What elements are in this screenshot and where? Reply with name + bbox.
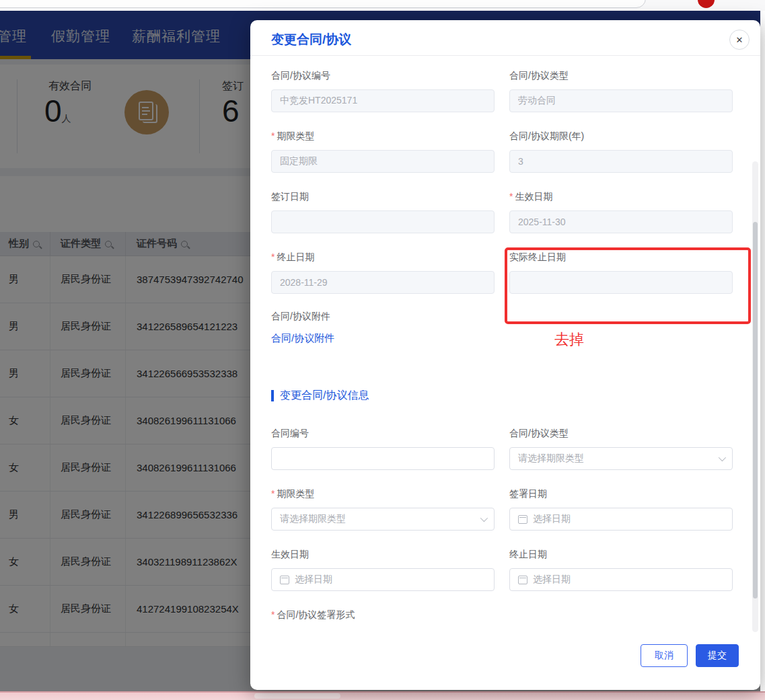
actual-end-date-input[interactable] [509, 271, 733, 294]
contract-type-input[interactable] [509, 89, 733, 112]
field-label: *终止日期 [271, 251, 495, 265]
field-label: 生效日期 [271, 549, 495, 562]
field-contract-type: 合同/协议类型 [509, 70, 733, 112]
calendar-icon [518, 576, 527, 584]
new-effective-date-picker[interactable]: 选择日期 [271, 568, 495, 591]
field-term-years: 合同/协议期限(年) [509, 130, 733, 173]
browser-red-icon[interactable] [698, 0, 715, 8]
required-mark: * [271, 488, 275, 499]
field-label: 合同/协议期限(年) [509, 130, 733, 144]
label-text: 期限类型 [277, 130, 314, 141]
field-label: *期限类型 [271, 488, 495, 502]
attachment-label: 合同/协议附件 [271, 311, 330, 323]
chevron-down-icon [719, 454, 726, 461]
new-end-date-picker[interactable]: 选择日期 [509, 568, 733, 591]
new-sign-date-picker[interactable]: 选择日期 [509, 508, 733, 531]
date-placeholder: 选择日期 [533, 513, 724, 525]
label-text: 生效日期 [515, 191, 552, 202]
field-label: *合同/协议签署形式 [271, 609, 495, 623]
field-label: 实际终止日期 [509, 251, 733, 265]
omnibox-edge [0, 0, 646, 8]
date-placeholder: 选择日期 [295, 574, 486, 586]
header-divider [250, 55, 760, 56]
field-label: *生效日期 [509, 191, 733, 204]
close-button[interactable]: ✕ [729, 30, 750, 50]
select-placeholder: 请选择期限类型 [518, 453, 719, 465]
required-mark: * [271, 251, 275, 262]
label-text: 期限类型 [277, 488, 314, 499]
close-icon: ✕ [736, 35, 743, 45]
contract-no-input[interactable] [271, 89, 495, 112]
new-contract-no-input[interactable] [271, 447, 495, 470]
chevron-down-icon [480, 514, 488, 522]
field-label: 合同编号 [271, 428, 495, 441]
field-new-term-type: *期限类型 请选择期限类型 [271, 488, 495, 531]
required-mark: * [271, 609, 275, 620]
calendar-icon [518, 515, 527, 524]
field-new-sign-date: 签署日期 选择日期 [509, 488, 733, 531]
cancel-button[interactable]: 取消 [641, 644, 688, 667]
field-label: *期限类型 [271, 130, 495, 144]
right-edge-strip [760, 11, 765, 691]
new-contract-type-select[interactable]: 请选择期限类型 [509, 447, 733, 470]
change-contract-dialog: 变更合同/协议 ✕ 合同/协议编号 合同/协议类型 *期限类型 合同/协议期限(… [250, 20, 760, 690]
field-contract-no: 合同/协议编号 [271, 70, 495, 112]
date-placeholder: 选择日期 [533, 574, 724, 586]
scrollbar-thumb[interactable] [753, 222, 758, 598]
field-label: 签订日期 [271, 191, 495, 204]
new-term-type-select[interactable]: 请选择期限类型 [271, 508, 495, 531]
effective-date-input[interactable] [509, 210, 733, 233]
end-date-input[interactable] [271, 271, 495, 294]
sign-date-input[interactable] [271, 210, 495, 233]
field-label: 合同/协议编号 [271, 70, 495, 83]
select-placeholder: 请选择期限类型 [280, 513, 480, 525]
field-new-contract-type: 合同/协议类型 请选择期限类型 [509, 428, 733, 470]
section-title-bar [271, 390, 274, 401]
field-term-type: *期限类型 [271, 130, 495, 173]
field-actual-end-date: 实际终止日期 [509, 251, 733, 294]
field-new-contract-no: 合同编号 [271, 428, 495, 470]
submit-button[interactable]: 提交 [696, 644, 739, 667]
dialog-title: 变更合同/协议 [271, 31, 351, 48]
browser-chrome [0, 0, 765, 11]
term-type-input[interactable] [271, 150, 495, 173]
section-title: 变更合同/协议信息 [280, 389, 369, 403]
label-text: 终止日期 [277, 251, 314, 262]
field-label: 合同/协议类型 [509, 70, 733, 83]
required-mark: * [509, 191, 513, 202]
bottom-browser-bar [0, 691, 765, 700]
field-sign-date: 签订日期 [271, 191, 495, 233]
modal-scrollbar[interactable] [752, 161, 758, 632]
annotation-text: 去掉 [554, 329, 584, 350]
field-sign-form: *合同/协议签署形式 [271, 609, 495, 623]
attachment-link[interactable]: 合同/协议附件 [271, 332, 334, 345]
field-label: 终止日期 [509, 549, 733, 562]
field-label: 签署日期 [509, 488, 733, 502]
field-end-date: *终止日期 [271, 251, 495, 294]
calendar-icon [280, 576, 289, 584]
field-new-effective-date: 生效日期 选择日期 [271, 549, 495, 591]
label-text: 合同/协议签署形式 [277, 609, 355, 620]
required-mark: * [271, 130, 275, 141]
term-years-input[interactable] [509, 150, 733, 173]
bottom-bar-pill [254, 693, 340, 699]
change-section-header: 变更合同/协议信息 [271, 389, 369, 403]
field-effective-date: *生效日期 [509, 191, 733, 233]
field-label: 合同/协议类型 [509, 428, 733, 441]
field-new-end-date: 终止日期 选择日期 [509, 549, 733, 591]
